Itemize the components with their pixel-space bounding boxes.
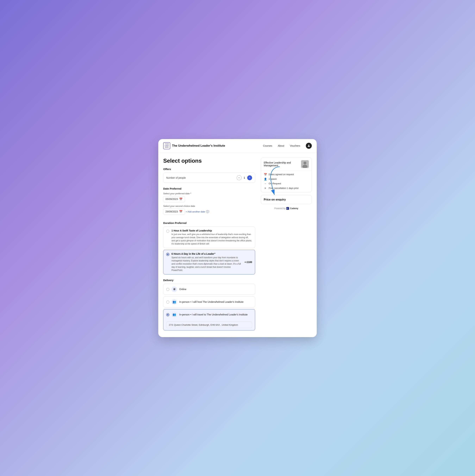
main-nav: Courses About Vouchers bbox=[263, 143, 312, 149]
svg-point-2 bbox=[304, 162, 306, 164]
first-date-label: Select your preferred date * bbox=[163, 192, 255, 195]
duration-6hours-price: + £100 bbox=[245, 261, 252, 264]
duration-1hour-desc: In just one hour, we'll give you a whirl… bbox=[171, 233, 252, 245]
course-title: Effective Leadership and Management bbox=[264, 161, 301, 167]
person-info-icon: 👤 bbox=[264, 178, 267, 180]
delivery-section: Delivery 🖥 Online 👥 In-person • I will h… bbox=[163, 279, 255, 330]
increment-button[interactable]: + bbox=[247, 175, 252, 180]
page-title: Select options bbox=[163, 157, 255, 164]
duration-1hour-title: 1 Hour A Swift Taste of Leadership bbox=[171, 229, 252, 232]
sidebar-info-list: 📅 Dates agreed on request 👤 1 space → On… bbox=[261, 170, 312, 192]
svg-text:C: C bbox=[287, 208, 288, 209]
header-left: YOUR LOGO HERE The Underwhelmed Leader's… bbox=[163, 142, 225, 149]
calendar-icon-2: 📅 bbox=[179, 210, 183, 213]
inperson-travel-label: In-person • I will travel to The Underwh… bbox=[179, 313, 248, 316]
radio-1hour bbox=[166, 230, 169, 233]
people-stepper: − 1 + bbox=[237, 175, 252, 180]
sidebar-course-card: Effective Leadership and Management 📅 Da bbox=[261, 157, 312, 192]
inperson-host-icon-wrap: 👥 bbox=[171, 299, 177, 305]
delivery-inperson-host[interactable]: 👥 In-person • I will host The Underwhelm… bbox=[163, 296, 255, 307]
nav-about[interactable]: About bbox=[278, 144, 284, 147]
inperson-host-icon: 👥 bbox=[172, 300, 176, 304]
arrow-info-icon: → bbox=[264, 182, 267, 185]
left-panel: Select options Offers Number of people −… bbox=[163, 157, 261, 332]
powered-by-brand: Cademy bbox=[290, 207, 298, 210]
inperson-travel-icon-wrap: 👥 bbox=[171, 312, 177, 317]
nav-vouchers[interactable]: Vouchers bbox=[290, 144, 300, 147]
right-panel: Effective Leadership and Management 📅 Da bbox=[261, 157, 312, 332]
duration-6hours-title: 6 Hours A Day in the Life of a Leader" bbox=[171, 253, 242, 255]
powered-by-prefix: Powered by bbox=[274, 207, 285, 210]
online-icon: 🖥 bbox=[173, 288, 176, 291]
radio-6hours bbox=[166, 253, 169, 256]
user-avatar-icon[interactable] bbox=[306, 143, 312, 149]
info-icon: i bbox=[206, 210, 209, 213]
venue-address: 27/1 Queen Charlotte Street, Edinburgh, … bbox=[166, 322, 252, 328]
site-title: The Underwhelmed Leader's Institute bbox=[172, 144, 225, 148]
delivery-inperson-travel[interactable]: 👥 In-person • I will travel to The Under… bbox=[163, 309, 255, 330]
sidebar-cancellation-row: ✕ Free cancellation 1 days prior bbox=[264, 187, 309, 190]
second-date-value: 29/09/2023 bbox=[166, 210, 178, 213]
duration-6hours-desc: Spend six hours with us, and we'll trans… bbox=[171, 256, 242, 272]
sidebar-dates-row: 📅 Dates agreed on request bbox=[264, 173, 309, 176]
course-image bbox=[301, 160, 309, 168]
delivery-section-label: Delivery bbox=[163, 279, 255, 282]
add-date-label: + Add another date bbox=[186, 210, 205, 213]
duration-1hour-content: 1 Hour A Swift Taste of Leadership In ju… bbox=[171, 229, 252, 245]
logo: YOUR LOGO HERE bbox=[163, 142, 170, 149]
sidebar-dates-text: Dates agreed on request bbox=[269, 173, 294, 176]
radio-inperson-host bbox=[166, 301, 169, 304]
price-section: Price on enquiry bbox=[261, 195, 312, 204]
duration-section-label: Duration Preferred bbox=[163, 221, 255, 224]
cademy-logo-icon: C bbox=[286, 207, 289, 210]
date-preferred-section: Date Preferred Select your preferred dat… bbox=[163, 187, 255, 217]
nav-courses[interactable]: Courses bbox=[263, 144, 272, 147]
radio-inperson-travel bbox=[166, 313, 169, 316]
online-label: Online bbox=[179, 288, 186, 291]
radio-online bbox=[166, 288, 169, 291]
inperson-host-label: In-person • I will host The Underwhelmed… bbox=[179, 301, 243, 303]
powered-by: Powered by C Cademy bbox=[261, 207, 312, 210]
second-date-input[interactable]: 29/09/2023 📅 bbox=[163, 208, 185, 215]
delivery-online[interactable]: 🖥 Online bbox=[163, 284, 255, 295]
header: YOUR LOGO HERE The Underwhelmed Leader's… bbox=[158, 139, 317, 153]
main-content: Select options Offers Number of people −… bbox=[158, 153, 317, 337]
sidebar-onrequest-text: On-Request bbox=[269, 182, 281, 185]
duration-6hours-content: 6 Hours A Day in the Life of a Leader" S… bbox=[171, 253, 242, 272]
first-date-input[interactable]: 05/09/2023 📅 bbox=[163, 196, 185, 202]
main-card: YOUR LOGO HERE The Underwhelmed Leader's… bbox=[158, 139, 317, 337]
second-date-label: Select your second choice date bbox=[163, 205, 255, 207]
sidebar-spaces-row: 👤 1 space bbox=[264, 178, 309, 180]
date-section-label: Date Preferred bbox=[163, 187, 255, 190]
sidebar-onrequest-row: → On-Request bbox=[264, 182, 309, 185]
decrement-button[interactable]: − bbox=[237, 175, 241, 180]
duration-section: Duration Preferred 1 Hour A Swift Taste … bbox=[163, 221, 255, 274]
course-header: Effective Leadership and Management bbox=[261, 158, 312, 170]
calendar-info-icon: 📅 bbox=[264, 173, 267, 176]
number-of-people-label: Number of people bbox=[166, 176, 186, 179]
stepper-value: 1 bbox=[244, 176, 245, 179]
calendar-icon-1: 📅 bbox=[179, 198, 183, 201]
svg-point-0 bbox=[308, 145, 309, 146]
offers-section-label: Offers bbox=[163, 168, 255, 170]
price-label: Price on enquiry bbox=[264, 198, 286, 201]
sidebar-spaces-text: 1 space bbox=[269, 178, 277, 180]
sidebar-cancellation-text: Free cancellation 1 days prior bbox=[269, 187, 299, 189]
duration-option-1hour[interactable]: 1 Hour A Swift Taste of Leadership In ju… bbox=[163, 227, 255, 248]
x-info-icon: ✕ bbox=[264, 187, 267, 190]
duration-option-6hours[interactable]: 6 Hours A Day in the Life of a Leader" S… bbox=[163, 250, 255, 274]
offers-box: Number of people − 1 + bbox=[163, 173, 255, 183]
inperson-travel-icon: 👥 bbox=[172, 313, 176, 316]
online-icon-wrap: 🖥 bbox=[171, 286, 177, 292]
first-date-value: 05/09/2023 bbox=[166, 198, 178, 201]
add-date-link[interactable]: + Add another date i bbox=[186, 210, 209, 213]
